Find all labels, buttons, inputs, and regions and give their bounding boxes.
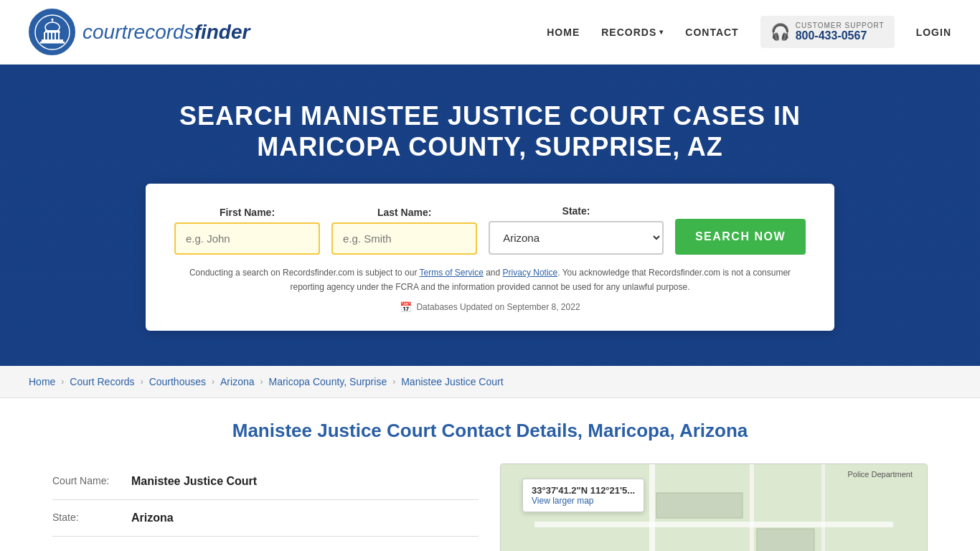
map-placeholder: Police Department 33°37'41.2"N 112°21'5.… xyxy=(501,464,927,551)
svg-rect-16 xyxy=(649,464,655,551)
search-form-box: First Name: Last Name: State: Alabama Al… xyxy=(146,184,834,330)
logo-link[interactable]: courtrecordsfinder xyxy=(29,9,250,55)
svg-rect-12 xyxy=(44,32,60,33)
logo-text: courtrecordsfinder xyxy=(83,21,250,44)
customer-support-box: 🎧 CUSTOMER SUPPORT 800-433-0567 xyxy=(760,16,895,48)
breadcrumb-court-records[interactable]: Court Records xyxy=(70,376,134,387)
state-select[interactable]: Alabama Alaska Arizona Arkansas Californ… xyxy=(489,221,664,255)
state-detail-label: State: xyxy=(52,512,131,523)
svg-rect-20 xyxy=(757,529,814,551)
first-name-group: First Name: xyxy=(174,207,320,255)
map-area: Police Department 33°37'41.2"N 112°21'5.… xyxy=(500,463,928,551)
form-row: First Name: Last Name: State: Alabama Al… xyxy=(174,205,806,255)
last-name-input[interactable] xyxy=(331,222,477,255)
court-name-value: Manistee Justice Court xyxy=(131,475,257,488)
logo-icon xyxy=(29,9,75,55)
svg-rect-11 xyxy=(45,30,60,32)
svg-rect-9 xyxy=(42,39,63,42)
first-name-input[interactable] xyxy=(174,222,320,255)
state-row: State: Arizona xyxy=(52,500,479,537)
records-dropdown-arrow: ▾ xyxy=(659,28,664,36)
calendar-icon: 📅 xyxy=(400,301,412,313)
state-detail-value: Arizona xyxy=(131,512,174,524)
breadcrumb-sep-2: › xyxy=(141,377,143,387)
svg-rect-17 xyxy=(750,464,754,551)
privacy-link[interactable]: Privacy Notice xyxy=(503,268,558,278)
support-text: CUSTOMER SUPPORT 800-433-0567 xyxy=(796,22,885,42)
breadcrumb-sep-5: › xyxy=(392,377,395,387)
svg-rect-8 xyxy=(58,32,60,39)
hero-section: SEARCH MANISTEE JUSTICE COURT CASES IN M… xyxy=(0,65,980,366)
svg-rect-10 xyxy=(40,42,65,44)
main-content: Manistee Justice Court Contact Details, … xyxy=(24,398,956,551)
court-name-label: Court Name: xyxy=(52,475,131,486)
details-map-row: Court Name: Manistee Justice Court State… xyxy=(52,463,928,551)
map-police-label: Police Department xyxy=(848,470,913,479)
svg-rect-6 xyxy=(51,32,52,39)
breadcrumb: Home › Court Records › Courthouses › Ari… xyxy=(0,366,980,398)
support-label: CUSTOMER SUPPORT xyxy=(796,22,885,29)
login-button[interactable]: LOGIN xyxy=(916,27,951,38)
main-nav: HOME RECORDS ▾ CONTACT 🎧 CUSTOMER SUPPOR… xyxy=(547,16,951,48)
state-label: State: xyxy=(489,205,664,217)
map-coords: 33°37'41.2"N 112°21'5... xyxy=(532,485,635,496)
support-number: 800-433-0567 xyxy=(796,29,885,42)
site-header: courtrecordsfinder HOME RECORDS ▾ CONTAC… xyxy=(0,0,980,65)
svg-rect-18 xyxy=(821,464,825,551)
details-table: Court Name: Manistee Justice Court State… xyxy=(52,463,479,551)
breadcrumb-sep-3: › xyxy=(212,377,215,387)
svg-rect-7 xyxy=(55,32,56,39)
map-tooltip: 33°37'41.2"N 112°21'5... View larger map xyxy=(522,479,644,512)
first-name-label: First Name: xyxy=(174,207,320,218)
breadcrumb-maricopa[interactable]: Maricopa County, Surprise xyxy=(268,376,387,387)
db-updated: 📅 Databases Updated on September 8, 2022 xyxy=(174,301,806,313)
breadcrumb-court[interactable]: Manistee Justice Court xyxy=(401,376,503,387)
form-disclaimer: Conducting a search on Recordsfinder.com… xyxy=(174,266,806,293)
nav-home[interactable]: HOME xyxy=(547,27,580,38)
svg-rect-19 xyxy=(656,493,743,518)
section-title: Manistee Justice Court Contact Details, … xyxy=(52,420,928,442)
court-name-row: Court Name: Manistee Justice Court xyxy=(52,463,479,500)
breadcrumb-arizona[interactable]: Arizona xyxy=(220,376,254,387)
nav-records[interactable]: RECORDS ▾ xyxy=(601,27,664,38)
svg-rect-5 xyxy=(47,32,49,39)
state-group: State: Alabama Alaska Arizona Arkansas C… xyxy=(489,205,664,255)
breadcrumb-home[interactable]: Home xyxy=(29,376,55,387)
svg-point-3 xyxy=(51,18,53,20)
last-name-group: Last Name: xyxy=(331,207,477,255)
hero-title: SEARCH MANISTEE JUSTICE COURT CASES IN M… xyxy=(167,100,813,162)
headset-icon: 🎧 xyxy=(771,23,790,42)
view-larger-map-link[interactable]: View larger map xyxy=(532,496,593,506)
tos-link[interactable]: Terms of Service xyxy=(420,268,484,278)
svg-rect-14 xyxy=(534,522,893,527)
breadcrumb-sep-4: › xyxy=(260,377,263,387)
breadcrumb-sep-1: › xyxy=(61,377,64,387)
last-name-label: Last Name: xyxy=(331,207,477,218)
nav-contact[interactable]: CONTACT xyxy=(685,27,738,38)
svg-rect-4 xyxy=(44,32,45,39)
search-button[interactable]: SEARCH NOW xyxy=(675,219,806,255)
breadcrumb-courthouses[interactable]: Courthouses xyxy=(149,376,206,387)
